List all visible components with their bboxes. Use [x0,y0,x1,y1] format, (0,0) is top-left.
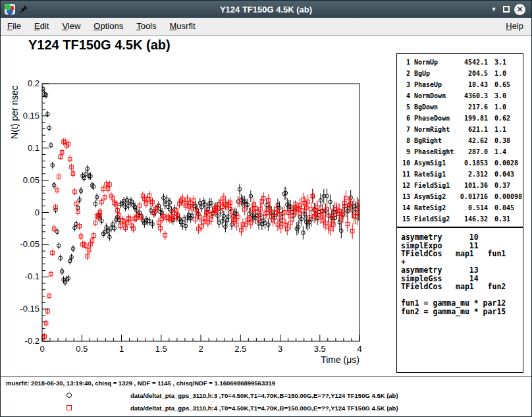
svg-text:1.5: 1.5 [155,344,167,354]
legend-text: data/deltat_pta_gps_3110,h:3 ,T0=4.50K,T… [130,392,398,399]
svg-text:4: 4 [357,344,361,354]
svg-text:-0.2: -0.2 [25,336,40,346]
legend-row: data/deltat_pta_gps_3110,h:3 ,T0=4.50K,T… [1,391,531,402]
plot-title: Y124 TF150G 4.5K (ab) [28,38,171,53]
theory-line: TFieldCos map1 fun1 [401,250,523,258]
close-button[interactable]: ✕ [514,4,525,15]
parameter-row: 14RateSig20.5140.045 [401,202,523,213]
parameter-row: 6PhaseDown199.810.62 [401,113,523,124]
fit-status: musrfit: 2018-06-30, 13:19:40, chisq = 1… [6,379,275,387]
window-title: Y124 TF150G 4.5K (ab) [1,5,531,14]
svg-text:0.15: 0.15 [23,111,40,121]
menu-item-file[interactable]: File [1,18,28,35]
pin-icon[interactable] [19,5,28,14]
parameter-rows: 1NormUp4542.13.12BgUp204.51.03PhaseUp18.… [401,57,523,225]
legend-text: data/deltat_pta_gps_3110,h:4 ,T0=4.50K,T… [130,404,398,412]
plot-canvas[interactable]: Y124 TF150G 4.5K (ab) 00.511.522.533.54-… [1,36,531,416]
parameter-row: 1NormUp4542.13.1 [401,57,523,68]
parameter-row: 5BgDown217.61.0 [401,101,523,113]
info-divider [1,376,531,377]
plot-svg[interactable]: 00.511.522.533.54-0.2-0.15-0.1-0.0500.05… [7,78,366,371]
legend-row: data/deltat_pta_gps_3110,h:4 ,T0=4.50K,T… [1,404,531,414]
svg-text:0: 0 [35,208,40,217]
parameter-row: 4NormDown4360.33.0 [401,90,523,101]
theory-lines: asymmetry 10simplExpo 11TFieldCos map1 f… [401,233,523,316]
parameter-box: 1NormUp4542.13.12BgUp204.51.03PhaseUp18.… [396,53,523,227]
theory-box: asymmetry 10simplExpo 11TFieldCos map1 f… [396,227,523,373]
menu-item-musrfit[interactable]: Musrfit [163,18,202,35]
parameter-row: 15FieldSig2146.320.31 [401,213,523,225]
svg-text:-0.05: -0.05 [20,239,40,249]
parameter-row: 3PhaseUp18.430.65 [401,79,523,90]
parameter-row: 8BgRight42.620.38 [401,135,523,146]
theory-line: fun1 = gamma_mu * par12 [401,299,523,308]
svg-text:2: 2 [198,344,203,354]
parameter-row: 11RateSig12.3120.043 [401,169,523,180]
application-window: Y124 TF150G 4.5K (ab) ▼ ✕ FileEditViewOp… [0,0,532,417]
app-icon[interactable] [5,4,15,14]
menu-item-edit[interactable]: Edit [28,18,55,35]
svg-text:3.5: 3.5 [314,344,326,354]
maximize-button[interactable] [503,6,510,13]
svg-text:N(t) per nsec: N(t) per nsec [9,86,20,139]
svg-text:0.2: 0.2 [28,78,40,88]
parameter-row: 9PhaseRight287.01.4 [401,146,523,157]
parameter-row: 10AsymSig10.18530.0028 [401,157,523,169]
black-circle-marker-icon [66,393,72,398]
svg-text:Time (μs): Time (μs) [321,354,359,365]
menu-items: FileEditViewOptionsToolsMusrfit [1,18,202,35]
svg-text:1: 1 [119,344,124,354]
svg-text:2.5: 2.5 [234,344,246,354]
theory-line: fun2 = gamma_mu * par15 [401,308,523,316]
menu-item-options[interactable]: Options [87,18,130,35]
parameter-row: 12FieldSig1101.360.37 [401,180,523,191]
title-bar[interactable]: Y124 TF150G 4.5K (ab) ▼ ✕ [1,1,531,18]
svg-text:-0.15: -0.15 [20,304,40,314]
menu-bar: FileEditViewOptionsToolsMusrfit Help [1,18,531,36]
red-square-marker-icon [66,405,72,410]
theory-line: asymmetry 13 [401,266,523,275]
svg-text:0.1: 0.1 [28,143,40,153]
svg-text:0.05: 0.05 [23,175,40,185]
minimize-button[interactable]: ▼ [489,5,498,14]
svg-text:-0.1: -0.1 [25,271,40,281]
parameter-row: 7NormRight621.11.1 [401,124,523,135]
menu-item-help[interactable]: Help [498,18,531,35]
parameter-row: 2BgUp204.51.0 [401,68,523,79]
theory-line: TFieldCos map1 fun2 [401,283,523,291]
svg-text:0.5: 0.5 [76,344,88,354]
menu-item-view[interactable]: View [55,18,87,35]
svg-text:0: 0 [40,344,44,354]
menu-item-tools[interactable]: Tools [130,18,163,35]
theory-line: asymmetry 10 [401,233,523,242]
svg-text:3: 3 [278,344,282,354]
parameter-row: 13AsymSig20.017160.00098 [401,191,523,202]
